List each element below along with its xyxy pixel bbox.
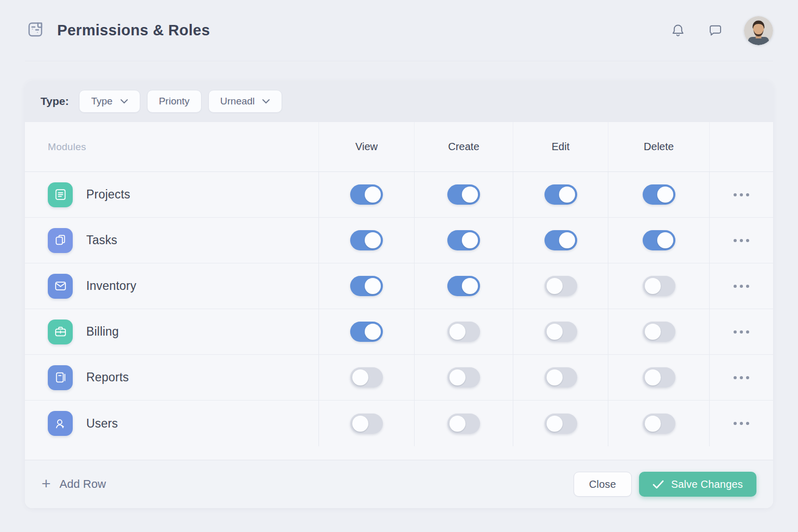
toggle-view-reports[interactable] xyxy=(350,367,383,388)
toggle-knob xyxy=(449,369,466,385)
toggle-create-tasks[interactable] xyxy=(447,230,480,250)
briefcase-icon xyxy=(48,320,73,344)
toggle-edit-tasks[interactable] xyxy=(544,230,577,250)
add-row-button[interactable]: + Add Row xyxy=(42,477,106,491)
permission-cell xyxy=(608,172,709,217)
notifications-bell-icon[interactable] xyxy=(669,22,687,39)
row-actions-button[interactable] xyxy=(734,309,749,354)
toggle-edit-projects[interactable] xyxy=(544,184,577,205)
module-cell: Tasks xyxy=(25,228,318,253)
toggle-create-reports[interactable] xyxy=(447,367,480,388)
module-label: Users xyxy=(86,417,118,431)
toggle-knob xyxy=(365,324,381,340)
toggle-knob xyxy=(462,187,478,203)
toggle-delete-users[interactable] xyxy=(643,414,675,434)
toggle-knob xyxy=(645,324,661,340)
module-label: Reports xyxy=(86,370,129,384)
toggle-edit-reports[interactable] xyxy=(544,367,577,388)
ellipsis-icon xyxy=(734,193,737,196)
type-dropdown-label: Type xyxy=(91,96,112,107)
permission-cell xyxy=(608,263,709,309)
toggle-knob xyxy=(547,278,563,294)
permission-cell xyxy=(513,263,608,309)
row-actions-button[interactable] xyxy=(734,263,749,309)
unread-dropdown-label: Urneadl xyxy=(220,96,255,107)
actions-cell xyxy=(709,309,773,354)
ellipsis-icon xyxy=(734,239,737,242)
permission-cell xyxy=(513,355,608,400)
toggle-delete-inventory[interactable] xyxy=(643,276,675,296)
table-body: ProjectsTasksInventoryBillingReportsUser… xyxy=(25,172,773,446)
permission-cell xyxy=(318,355,414,400)
ellipsis-icon xyxy=(734,422,737,425)
user-avatar[interactable] xyxy=(744,16,773,45)
row-actions-button[interactable] xyxy=(734,401,749,446)
module-cell: Reports xyxy=(25,365,318,390)
messages-bubble-icon[interactable] xyxy=(707,22,724,39)
app-header: Permissions & Roles xyxy=(25,0,773,61)
actions-cell xyxy=(709,218,773,263)
table-header-row: Modules View Create Edit Delete xyxy=(25,122,773,172)
toggle-knob xyxy=(645,369,661,385)
envelope-icon xyxy=(48,274,73,299)
plus-icon: + xyxy=(42,476,51,491)
toggle-delete-billing[interactable] xyxy=(643,322,675,342)
priority-dropdown[interactable]: Prionty xyxy=(147,90,202,113)
toggle-view-billing[interactable] xyxy=(350,322,383,342)
toggle-edit-users[interactable] xyxy=(544,414,577,434)
report-book-icon xyxy=(48,365,73,390)
permission-cell xyxy=(513,218,608,263)
unread-dropdown[interactable]: Urneadl xyxy=(208,90,283,113)
row-actions-button[interactable] xyxy=(734,218,749,263)
permissions-card: Type: Type Prionty Urneadl Modules View … xyxy=(25,81,773,508)
toggle-knob xyxy=(645,416,661,432)
row-actions-button[interactable] xyxy=(734,355,749,400)
toggle-knob xyxy=(547,416,563,432)
module-cell: Billing xyxy=(25,320,318,344)
save-changes-button[interactable]: Salve Changes xyxy=(639,472,756,497)
create-column-header: Create xyxy=(414,122,513,171)
actions-cell xyxy=(709,263,773,309)
toggle-knob xyxy=(352,416,368,432)
toggle-edit-billing[interactable] xyxy=(544,322,577,342)
toggle-create-users[interactable] xyxy=(447,414,480,434)
module-label: Projects xyxy=(86,188,130,202)
save-changes-label: Salve Changes xyxy=(671,478,743,490)
toggle-knob xyxy=(559,232,575,248)
permissions-table: Modules View Create Edit Delete Projects… xyxy=(25,122,773,460)
toggle-view-inventory[interactable] xyxy=(350,276,383,296)
toggle-delete-reports[interactable] xyxy=(643,367,675,388)
close-button[interactable]: Close xyxy=(574,472,632,497)
toggle-knob xyxy=(547,324,563,340)
permission-cell xyxy=(318,263,414,309)
toggle-knob xyxy=(657,232,673,248)
filter-bar: Type: Type Prionty Urneadl xyxy=(25,81,773,122)
row-actions-button[interactable] xyxy=(734,172,749,217)
toggle-create-projects[interactable] xyxy=(447,184,480,205)
toggle-delete-tasks[interactable] xyxy=(643,230,675,250)
actions-cell xyxy=(709,355,773,400)
chevron-down-icon xyxy=(120,99,128,104)
edit-column-header: Edit xyxy=(513,122,608,171)
type-dropdown[interactable]: Type xyxy=(79,90,140,113)
actions-cell xyxy=(709,401,773,446)
toggle-knob xyxy=(547,369,563,385)
toggle-view-users[interactable] xyxy=(350,414,383,434)
toggle-view-projects[interactable] xyxy=(350,184,383,205)
copy-pages-icon xyxy=(48,228,73,253)
table-row-users: Users xyxy=(25,401,773,446)
person-icon xyxy=(48,411,73,436)
toggle-edit-inventory[interactable] xyxy=(544,276,577,296)
actions-column-header xyxy=(709,122,773,171)
table-row-tasks: Tasks xyxy=(25,218,773,263)
toggle-create-billing[interactable] xyxy=(447,322,480,342)
toggle-knob xyxy=(449,324,466,340)
ellipsis-icon xyxy=(734,330,737,334)
toggle-delete-projects[interactable] xyxy=(643,184,675,205)
toggle-view-tasks[interactable] xyxy=(350,230,383,250)
permission-cell xyxy=(318,218,414,263)
toggle-knob xyxy=(365,232,381,248)
permission-cell xyxy=(414,263,513,309)
toggle-create-inventory[interactable] xyxy=(447,276,480,296)
module-label: Billing xyxy=(86,325,119,339)
